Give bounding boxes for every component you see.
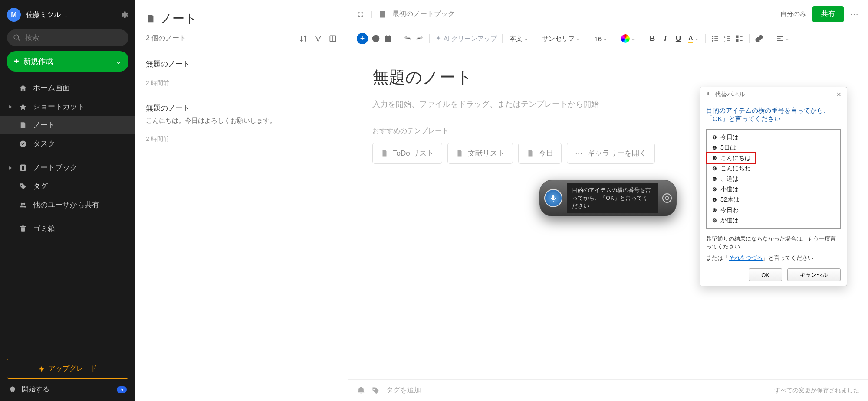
expand-arrow-icon[interactable]: ▶ (9, 104, 13, 109)
font-select[interactable]: サンセリフ⌄ (540, 34, 582, 44)
panel-item[interactable]: ❶今日は (707, 132, 840, 143)
notebook-icon[interactable] (378, 10, 386, 18)
calendar-icon[interactable] (384, 34, 392, 43)
gear-icon[interactable] (120, 10, 128, 19)
ai-cleanup-button[interactable]: AI クリーンアップ (435, 35, 497, 43)
nav-notebooks[interactable]: ▶ ノートブック (0, 158, 135, 177)
note-time: 2 時間前 (146, 135, 337, 143)
sidebar-header: M 佐藤ミツル ⌄ (0, 0, 135, 29)
more-icon: ⋯ (575, 149, 583, 158)
username[interactable]: 佐藤ミツル ⌄ (26, 10, 115, 20)
more-icon[interactable]: ⋯ (850, 9, 859, 20)
getstarted-button[interactable]: 開始する 5 (7, 379, 128, 394)
new-note-button[interactable]: + 新規作成 ⌄ (7, 51, 128, 72)
panel-instruction: 目的のアイテムの横の番号を言ってから、「OK」と言ってください (700, 102, 847, 127)
circle-icon (665, 196, 669, 200)
panel-item[interactable]: ❷5日は (707, 143, 840, 153)
voice-control-bar[interactable]: 目的のアイテムの横の番号を言ってから、「OK」と言ってください (539, 180, 677, 216)
save-status: すべての変更が保存されました (774, 387, 859, 394)
undo-icon[interactable] (403, 34, 412, 43)
search-field[interactable] (25, 34, 122, 42)
nav-shortcuts[interactable]: ▶ ショートカット (0, 97, 135, 116)
template-gallery[interactable]: ⋯ ギャラリーを開く (567, 143, 655, 164)
paragraph-style-select[interactable]: 本文⌄ (508, 34, 529, 44)
note-icon (146, 14, 155, 23)
plus-icon: + (14, 56, 19, 66)
nav-shared[interactable]: 他のユーザから共有 (0, 196, 135, 214)
avatar[interactable]: M (7, 8, 21, 22)
search-icon (13, 34, 21, 42)
panel-item[interactable]: ❼52木は (707, 195, 840, 205)
panel-item[interactable]: ❾が道は (707, 215, 840, 226)
italic-button[interactable]: I (661, 34, 670, 43)
font-size-select[interactable]: 16⌄ (592, 34, 608, 43)
bullet-list-icon[interactable] (711, 34, 720, 43)
nav-trash[interactable]: ゴミ箱 (0, 219, 135, 238)
template-references[interactable]: 文献リスト (447, 143, 513, 164)
people-icon (19, 201, 27, 209)
ok-button[interactable]: OK (749, 268, 782, 281)
bold-button[interactable]: B (648, 34, 657, 43)
upgrade-button[interactable]: アップグレード (7, 359, 128, 379)
layout-icon[interactable] (329, 34, 337, 43)
close-icon[interactable]: ✕ (836, 91, 842, 98)
panel-item[interactable]: ❻小道は (707, 184, 840, 195)
note-card[interactable]: 無題のノート こんにちは。今日はよろしくお願いします。 2 時間前 (135, 95, 348, 151)
chevron-down-icon: ⌄ (62, 12, 68, 18)
nav-notes[interactable]: ノート (0, 116, 135, 134)
expand-arrow-icon[interactable]: ▶ (9, 165, 13, 170)
sort-icon[interactable] (299, 34, 308, 43)
svg-text:1: 1 (724, 35, 726, 38)
reminder-icon[interactable] (357, 386, 365, 395)
nav-home[interactable]: ホーム画面 (0, 78, 135, 97)
panel-list: ❶今日は ❷5日は ❸こんにちは ❹こんにちわ ❺、道は ❻小道は ❼52木は … (706, 129, 841, 229)
text-color-select[interactable]: ⌄ (619, 33, 637, 44)
highlight-button[interactable]: A⌄ (687, 33, 700, 44)
underline-button[interactable]: U (674, 34, 683, 43)
template-today[interactable]: 今日 (518, 143, 562, 164)
panel-spell-note: または「それをつづる」と言ってください (700, 252, 847, 264)
getstarted-badge: 5 (117, 386, 127, 393)
numbered-list-icon[interactable]: 12 (723, 34, 732, 43)
voice-close-button[interactable] (662, 193, 672, 203)
notebook-name[interactable]: 最初のノートブック (392, 10, 455, 19)
trash-icon (19, 225, 27, 233)
redo-icon[interactable] (415, 34, 424, 43)
tag-add-icon[interactable] (372, 386, 380, 395)
search-input[interactable] (7, 29, 128, 46)
align-select[interactable]: ⌄ (774, 34, 791, 43)
document-title[interactable]: 無題のノート (372, 66, 844, 88)
mic-button[interactable] (544, 189, 562, 207)
doc-icon (381, 150, 388, 157)
check-circle-icon (19, 140, 27, 148)
panel-item[interactable]: ❺、道は (707, 174, 840, 184)
panel-item[interactable]: ❹こんにちわ (707, 163, 840, 174)
editor-toolbar: + AI クリーンアップ 本文⌄ サンセリフ⌄ 16⌄ ⌄ B I U A⌄ 1… (348, 29, 868, 49)
share-button[interactable]: 共有 (812, 6, 844, 22)
task-icon[interactable] (372, 34, 380, 43)
sparkle-icon (435, 35, 442, 42)
rocket-icon (9, 386, 16, 394)
panel-item-highlighted[interactable]: ❸こんにちは (707, 153, 755, 163)
filter-icon[interactable] (314, 34, 322, 43)
note-count: 2 個のノート (146, 34, 186, 43)
tag-add-label[interactable]: タグを追加 (386, 386, 421, 395)
cancel-button[interactable]: キャンセル (787, 268, 841, 281)
visibility-label[interactable]: 自分のみ (780, 10, 806, 18)
panel-item[interactable]: ❽今日わ (707, 205, 840, 215)
insert-button[interactable]: + (357, 33, 368, 44)
svg-rect-3 (385, 36, 391, 42)
nav-tags[interactable]: タグ (0, 177, 135, 196)
nav-tasks[interactable]: タスク (0, 134, 135, 153)
panel-title: 代替パネル (715, 91, 745, 98)
link-icon[interactable] (755, 34, 763, 43)
editor-panel: | 最初のノートブック 自分のみ 共有 ⋯ + AI クリーンアップ 本文⌄ サ… (348, 0, 868, 401)
voice-instruction: 目的のアイテムの横の番号を言ってから、「OK」と言ってください (567, 183, 658, 213)
note-title: 無題のノート (146, 59, 337, 69)
expand-icon[interactable] (357, 10, 365, 18)
checklist-icon[interactable] (735, 34, 744, 43)
note-card[interactable]: 無題のノート 2 時間前 (135, 51, 348, 95)
template-todo[interactable]: ToDo リスト (372, 143, 442, 164)
spell-link[interactable]: それをつづる (729, 254, 763, 261)
notelist-title: ノート (160, 10, 197, 27)
